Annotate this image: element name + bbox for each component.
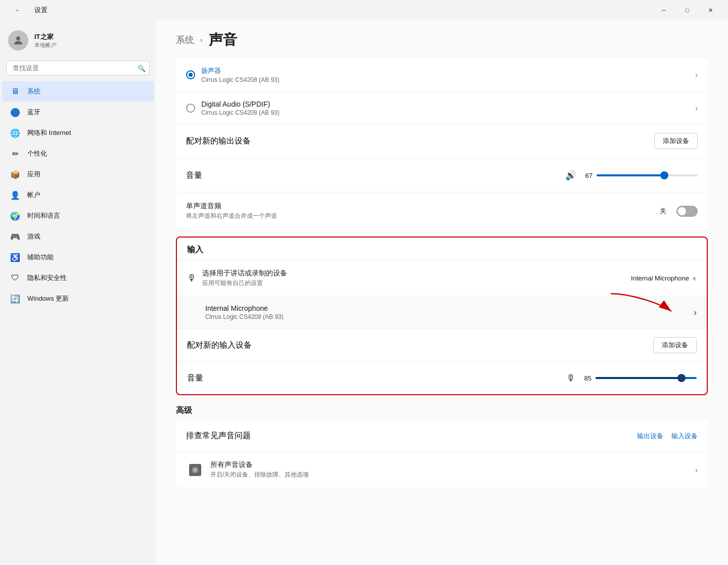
mono-audio-row: 单声道音频 将左声道和右声道合并成一个声道 关 <box>176 194 708 228</box>
volume-slider-thumb[interactable] <box>660 171 668 179</box>
input-volume-label: 音量 <box>187 373 203 384</box>
mono-audio-title: 单声道音频 <box>186 202 277 211</box>
output-device-link[interactable]: 输出设备 <box>637 432 663 441</box>
all-audio-text: 所有声音设备 开启/关闭设备、排除故障、其他选项 <box>210 460 309 479</box>
all-audio-chevron: › <box>695 466 698 474</box>
update-icon: 🔄 <box>10 294 20 304</box>
advanced-card: 排查常见声音问题 输出设备 输入设备 所有声音设备 开启/关闭设备、 <box>176 420 708 487</box>
sidebar-item-time-label: 时间和语言 <box>27 211 60 220</box>
input-volume-slider-thumb[interactable] <box>677 374 686 382</box>
volume-card: 音量 🔊 67 <box>176 159 708 192</box>
search-input[interactable] <box>6 61 150 75</box>
output-device-row-0[interactable]: 扬声器 Cirrus Logic CS4208 (AB 93) › <box>176 58 708 92</box>
advanced-title: 高级 <box>176 397 708 420</box>
input-device-dropdown[interactable]: Internal Microphone ∧ <box>631 274 697 282</box>
accounts-icon: 👤 <box>10 190 20 200</box>
search-box[interactable]: 🔍 <box>6 61 150 75</box>
sidebar-item-time[interactable]: 🌍 时间和语言 <box>2 206 154 226</box>
minimize-button[interactable]: ─ <box>652 2 675 18</box>
volume-control[interactable]: 🔊 67 <box>565 170 698 181</box>
input-current-device-name: Internal Microphone <box>631 274 689 282</box>
back-button[interactable]: ← <box>6 2 29 18</box>
volume-slider-track[interactable] <box>597 174 698 176</box>
network-icon: 🌐 <box>10 128 20 138</box>
input-microphone-chevron: › <box>694 307 697 318</box>
accessibility-icon: ♿ <box>10 252 20 262</box>
add-input-device-button[interactable]: 添加设备 <box>653 337 697 353</box>
sidebar-item-gaming[interactable]: 🎮 游戏 <box>2 226 154 247</box>
microphone-icon: 🎙 <box>187 273 196 284</box>
sidebar-item-privacy-label: 隐私和安全性 <box>27 273 67 282</box>
troubleshoot-links: 输出设备 输入设备 <box>637 432 698 441</box>
input-volume-slider-track[interactable] <box>596 377 697 379</box>
output-device-name-0: 扬声器 <box>201 66 280 75</box>
pair-output-label: 配对新的输出设备 <box>186 136 251 147</box>
all-audio-devices-row[interactable]: 所有声音设备 开启/关闭设备、排除故障、其他选项 › <box>176 452 708 487</box>
time-icon: 🌍 <box>10 211 20 221</box>
volume-value: 67 <box>580 172 593 179</box>
input-select-device-label: 选择用于讲话或录制的设备 <box>202 269 287 278</box>
output-device-row-1[interactable]: Digital Audio (S/PDIF) Cirrus Logic CS42… <box>176 92 708 125</box>
speaker-icon: 🔊 <box>565 170 576 181</box>
input-microphone-row[interactable]: Internal Microphone Cirrus Logic CS4208 … <box>177 296 707 329</box>
input-volume-value: 85 <box>579 374 592 382</box>
window-controls: ─ □ ✕ <box>652 2 722 18</box>
user-info: IT之家 本地帐户 <box>34 32 57 49</box>
page-header: 系统 › 声音 <box>156 20 728 58</box>
sidebar-item-accounts[interactable]: 👤 帐户 <box>2 185 154 205</box>
input-dropdown-chevron: ∧ <box>692 275 697 282</box>
sidebar-item-accessibility[interactable]: ♿ 辅助功能 <box>2 247 154 267</box>
output-device-name-1: Digital Audio (S/PDIF) <box>201 100 280 108</box>
sidebar-item-personalize[interactable]: ✏ 个性化 <box>2 144 154 164</box>
breadcrumb-current: 声音 <box>209 30 237 50</box>
sidebar-item-network[interactable]: 🌐 网络和 Internet <box>2 123 154 143</box>
sidebar: IT之家 本地帐户 🔍 🖥 系统 🔵 蓝牙 🌐 网络和 Internet ✏ 个… <box>0 20 156 565</box>
sidebar-item-apps[interactable]: 📦 应用 <box>2 164 154 184</box>
mono-audio-text: 单声道音频 将左声道和右声道合并成一个声道 <box>186 202 277 220</box>
search-icon: 🔍 <box>138 64 146 72</box>
input-section-title: 输入 <box>177 238 707 260</box>
input-volume-control[interactable]: 🎙 85 <box>566 373 697 384</box>
maximize-button[interactable]: □ <box>675 2 699 18</box>
input-mic-icon: 🎙 <box>566 373 575 384</box>
privacy-icon: 🛡 <box>10 273 20 283</box>
input-volume-row: 音量 🎙 85 <box>177 362 707 394</box>
sidebar-item-accounts-label: 帐户 <box>27 191 40 200</box>
input-microphone-name: Internal Microphone <box>205 304 284 312</box>
input-select-device-sub: 应用可能有自己的设置 <box>202 279 287 288</box>
input-device-link[interactable]: 输入设备 <box>671 432 698 441</box>
mono-audio-state-label: 关 <box>660 207 666 216</box>
add-output-device-button[interactable]: 添加设备 <box>654 133 698 149</box>
pair-input-label: 配对新的输入设备 <box>187 340 252 351</box>
speaker-device-icon <box>186 461 204 479</box>
mono-audio-toggle[interactable] <box>676 206 698 217</box>
close-button[interactable]: ✕ <box>699 2 722 18</box>
output-device-text-0: 扬声器 Cirrus Logic CS4208 (AB 93) <box>201 66 280 83</box>
sidebar-item-personalize-label: 个性化 <box>27 149 47 158</box>
gaming-icon: 🎮 <box>10 231 20 242</box>
troubleshoot-row: 排查常见声音问题 输出设备 输入设备 <box>176 420 708 452</box>
all-audio-sub: 开启/关闭设备、排除故障、其他选项 <box>210 470 309 479</box>
output-device-chevron-1: › <box>695 104 698 112</box>
mono-audio-sub: 将左声道和右声道合并成一个声道 <box>186 212 277 220</box>
sidebar-item-system[interactable]: 🖥 系统 <box>2 81 154 102</box>
sidebar-item-update[interactable]: 🔄 Windows 更新 <box>2 289 154 309</box>
output-device-radio-1[interactable] <box>186 104 195 113</box>
user-section[interactable]: IT之家 本地帐户 <box>0 24 156 57</box>
sidebar-item-system-label: 系统 <box>27 87 40 96</box>
user-name: IT之家 <box>34 32 57 41</box>
input-microphone-left: Internal Microphone Cirrus Logic CS4208 … <box>187 304 284 320</box>
all-audio-title: 所有声音设备 <box>210 460 309 469</box>
volume-label: 音量 <box>186 170 202 181</box>
mono-audio-toggle-wrapper: 关 <box>660 206 698 217</box>
sidebar-item-bluetooth[interactable]: 🔵 蓝牙 <box>2 102 154 122</box>
troubleshoot-label: 排查常见声音问题 <box>186 431 251 441</box>
breadcrumb-parent[interactable]: 系统 <box>176 34 194 46</box>
output-device-radio-0[interactable] <box>186 70 195 79</box>
all-audio-devices-left: 所有声音设备 开启/关闭设备、排除故障、其他选项 <box>186 460 309 479</box>
input-select-device-text: 选择用于讲话或录制的设备 应用可能有自己的设置 <box>202 269 287 288</box>
output-device-sub-1: Cirrus Logic CS4208 (AB 93) <box>201 109 280 116</box>
sidebar-item-apps-label: 应用 <box>27 170 40 179</box>
svg-point-4 <box>194 469 196 471</box>
sidebar-item-privacy[interactable]: 🛡 隐私和安全性 <box>2 268 154 288</box>
